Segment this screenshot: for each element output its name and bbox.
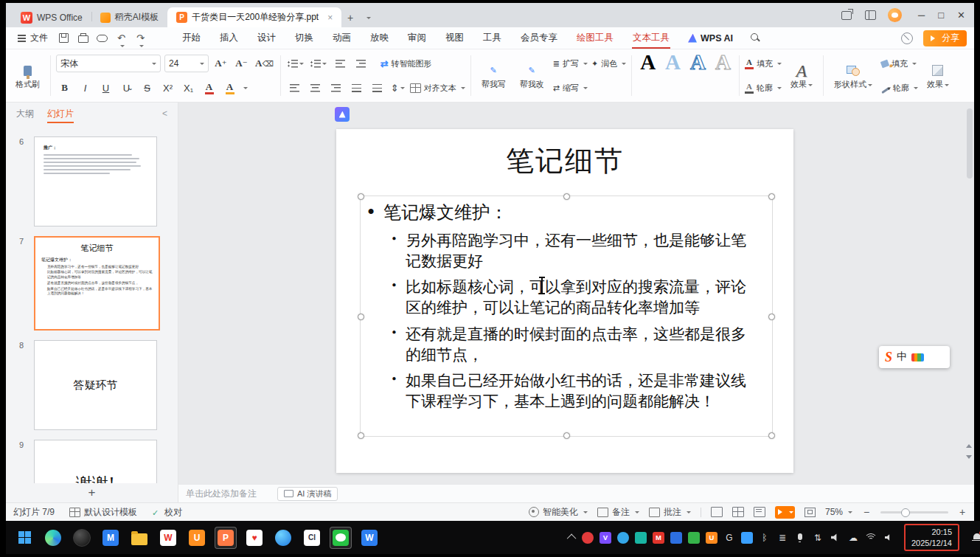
tray-icon-bird[interactable] (617, 532, 629, 544)
menu-review[interactable]: 审阅 (407, 28, 427, 48)
distribute-button[interactable] (369, 80, 386, 96)
menu-tools[interactable]: 工具 (482, 28, 502, 48)
tab-docer-templates[interactable]: 稻壳AI模板 (91, 7, 167, 27)
slide-canvas[interactable]: 笔记细节 笔记爆文维护： (178, 103, 974, 484)
menu-text-tools[interactable]: 文本工具 (632, 28, 670, 48)
wps-ai-float-button[interactable] (335, 107, 350, 122)
menu-animation[interactable]: 动画 (332, 28, 352, 48)
taskbar-app-cl[interactable]: Cl (301, 527, 323, 549)
notification-bell-icon[interactable] (972, 533, 980, 542)
slide-bullet[interactable]: 如果自己已经开始做小红书的话，还是非常建议线下课程学习下，基本上遇到的问题都能解… (391, 371, 761, 412)
tray-icon-blue[interactable] (670, 532, 682, 544)
smart-beautify-button[interactable]: 智能美化 (529, 506, 588, 519)
collapse-panel-icon[interactable]: < (162, 108, 167, 119)
tab-wps-home[interactable]: W WPS Office (12, 7, 91, 27)
close-tab-icon[interactable]: × (327, 13, 333, 23)
volume-icon[interactable] (883, 532, 894, 544)
strikethrough-button[interactable]: S (139, 80, 156, 96)
underline-button[interactable]: U (97, 80, 114, 96)
menu-draw-tools[interactable]: 绘图工具 (576, 28, 614, 48)
increase-font-icon[interactable]: A⁺ (212, 56, 229, 72)
updown-icon[interactable]: ⇅ (812, 532, 824, 544)
slide-thumbnail-9[interactable]: 9 谢谢! (34, 440, 159, 483)
undo-icon[interactable]: ↶ (116, 32, 127, 44)
taskbar-clock[interactable]: 20:15 2025/12/14 (906, 525, 958, 550)
subscript-button[interactable]: X₁ (180, 80, 197, 96)
cloud-sync-icon[interactable] (97, 32, 108, 44)
text-preset-3[interactable]: A (687, 52, 709, 100)
resize-handle-s[interactable] (563, 432, 570, 439)
menu-start[interactable]: 开始 (181, 28, 201, 48)
align-right-button[interactable] (327, 80, 344, 96)
align-left-button[interactable] (286, 80, 303, 96)
font-size-select[interactable]: 24 (164, 55, 209, 72)
hidden-icons-chevron[interactable] (567, 534, 577, 544)
taskbar-app-mail[interactable]: M (100, 527, 122, 549)
zoom-in-button[interactable]: + (958, 506, 967, 518)
slide-bullet-list[interactable]: 另外再陪跑学习中，还有一些细节，也是能够让笔记数据更好 比如标题核心词，可以拿到… (391, 231, 761, 418)
resize-handle-sw[interactable] (358, 432, 364, 439)
superscript-button[interactable]: X² (159, 80, 176, 96)
tab-slides[interactable]: 幻灯片 (47, 103, 74, 125)
menu-member[interactable]: 会员专享 (520, 28, 558, 48)
quick-launch-icon[interactable] (841, 10, 852, 21)
zoom-level-button[interactable]: 75% (825, 507, 852, 517)
taskbar-app-wework[interactable]: W (358, 527, 380, 549)
text-preset-4[interactable]: A (712, 52, 734, 100)
bold-button[interactable]: B (56, 80, 73, 96)
normal-view-button[interactable] (711, 507, 723, 517)
start-button[interactable] (13, 527, 35, 549)
font-family-select[interactable]: 宋体 (56, 55, 161, 72)
bullet-list-button[interactable] (286, 56, 305, 72)
resize-handle-n[interactable] (563, 193, 570, 200)
menu-wps-ai[interactable]: WPS AI (688, 33, 733, 44)
font-color-button[interactable]: A (201, 80, 218, 96)
tray-icon-u[interactable]: U (706, 532, 717, 544)
menu-insert[interactable]: 插入 (219, 28, 239, 48)
tray-icon-g[interactable]: G (723, 532, 735, 544)
slide-bullet[interactable]: 还有就是直播的时候封面的点击率，这些都是很多的细节点， (391, 325, 761, 365)
microphone-icon[interactable] (794, 532, 806, 544)
taskbar-app-wechat[interactable] (330, 527, 352, 549)
zoom-out-button[interactable]: − (862, 506, 871, 518)
tray-icon-cloud-app[interactable] (635, 532, 647, 544)
slide-bullet[interactable]: 比如标题核心词，可以拿到对应的搜索流量，评论区的维护，可以让笔记的商品转化率增加… (391, 277, 761, 318)
reading-view-button[interactable] (754, 507, 765, 517)
format-painter-button[interactable]: 格式刷 (10, 52, 45, 100)
increase-indent-icon[interactable] (352, 56, 369, 72)
shape-style-button[interactable]: 形状样式 (829, 52, 878, 100)
slide-thumbnail-6[interactable]: 6 推广： (34, 136, 159, 226)
bluetooth-icon[interactable]: ᛒ (759, 532, 771, 544)
tab-outline[interactable]: 大纲 (16, 103, 34, 125)
print-icon[interactable] (77, 32, 88, 44)
search-icon[interactable] (751, 33, 760, 43)
slide-sorter-view-button[interactable] (732, 507, 744, 517)
text-outline-button[interactable]: A 轮廓 (745, 83, 782, 94)
shape-fill-button[interactable]: 填充 (881, 58, 917, 69)
highlight-color-button[interactable]: A (221, 80, 238, 96)
split-window-icon[interactable] (864, 10, 876, 21)
align-text-button[interactable]: 对齐文本 (410, 83, 465, 94)
save-icon[interactable] (58, 32, 69, 44)
taskbar-app-heart[interactable]: ♥ (243, 527, 265, 549)
menu-transition[interactable]: 切换 (294, 28, 314, 48)
ai-edit-button[interactable]: ✎ 帮我改 (515, 52, 549, 100)
zoom-slider[interactable] (880, 511, 948, 513)
menu-slideshow[interactable]: 放映 (369, 28, 389, 48)
menu-view[interactable]: 视图 (445, 28, 465, 48)
expand-write-button[interactable]: ≣ 扩写 (553, 58, 588, 69)
share-button[interactable]: 分享 (923, 30, 967, 46)
fit-slide-button[interactable] (804, 508, 816, 517)
tab-list-button[interactable] (359, 9, 377, 27)
ai-write-button[interactable]: ✎ 帮我写 (476, 52, 511, 100)
play-slideshow-button[interactable] (775, 506, 795, 519)
italic-button[interactable]: I (77, 80, 94, 96)
proofread-button[interactable]: ✓ 校对 (152, 506, 182, 519)
resize-handle-w[interactable] (358, 314, 364, 320)
do-not-disturb-icon[interactable] (901, 32, 913, 44)
decrease-font-icon[interactable]: A⁻ (233, 56, 250, 72)
tray-icon-v[interactable]: V (600, 532, 611, 544)
justify-button[interactable] (348, 80, 365, 96)
taskbar-app-dark[interactable] (71, 527, 93, 549)
mixer-icon[interactable]: ≣ (776, 532, 788, 544)
